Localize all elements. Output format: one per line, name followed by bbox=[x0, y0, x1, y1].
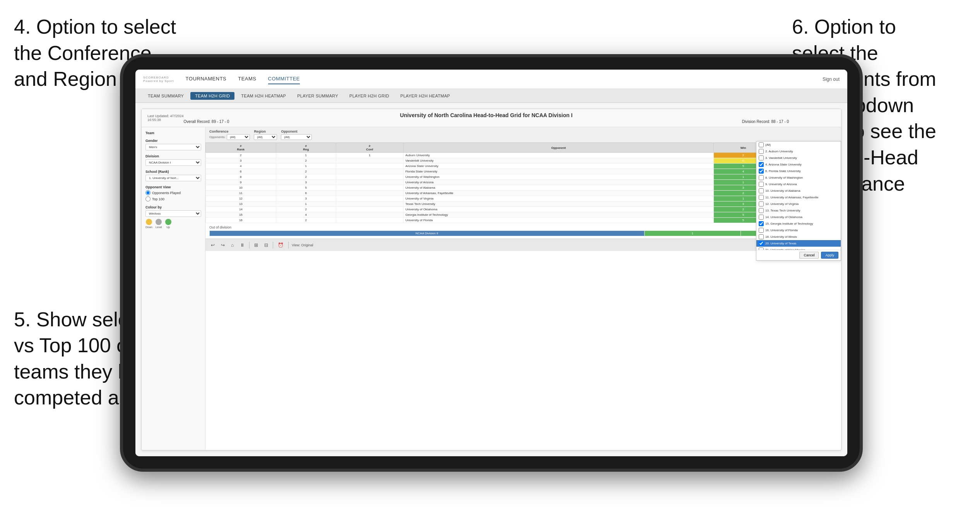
nav-signout[interactable]: Sign out bbox=[823, 77, 840, 82]
table-row: 11 6 University of Arkansas, Fayettevill… bbox=[206, 191, 841, 196]
panel-meta: Last Updated: 4/7/2024 16:55:38 bbox=[147, 114, 184, 122]
top100-radio[interactable]: Top 100 bbox=[145, 196, 201, 201]
apply-button[interactable]: Apply bbox=[821, 252, 838, 259]
top100-input[interactable] bbox=[145, 196, 151, 201]
dropdown-item[interactable]: 2. Auburn University bbox=[756, 148, 841, 155]
dropdown-item[interactable]: 10. University of Alabama bbox=[756, 188, 841, 194]
dropdown-checkbox[interactable] bbox=[759, 182, 764, 187]
dropdown-item-label: 16. University of Florida bbox=[765, 229, 798, 232]
dropdown-checkbox[interactable] bbox=[759, 247, 764, 250]
table-row: 14 2 University of Oklahoma 2 2 bbox=[206, 207, 841, 212]
cell-opponent: University of Alabama bbox=[403, 185, 714, 191]
sub-nav-h2h-grid[interactable]: TEAM H2H GRID bbox=[190, 92, 234, 100]
dropdown-checkbox[interactable] bbox=[759, 221, 764, 226]
dropdown-checkbox[interactable] bbox=[759, 228, 764, 233]
sub-nav-player-h2h-grid[interactable]: PLAYER H2H GRID bbox=[345, 92, 394, 100]
nav-committee[interactable]: COMMITTEE bbox=[268, 74, 300, 84]
dropdown-item[interactable]: 20. University of Texas bbox=[756, 240, 841, 247]
clock-btn[interactable]: ⏰ bbox=[276, 242, 285, 249]
redo-btn[interactable]: ↪ bbox=[219, 242, 226, 249]
dropdown-item[interactable]: 3. Vanderbilt University bbox=[756, 155, 841, 161]
panel-title-text: University of North Carolina Head-to-Hea… bbox=[184, 112, 789, 118]
table-row: 10 5 University of Alabama 3 0 bbox=[206, 185, 841, 191]
home-btn[interactable]: ⌂ bbox=[229, 242, 235, 249]
conference-select[interactable]: (All) bbox=[227, 134, 250, 140]
dropdown-item[interactable]: 15. Georgia Institute of Technology bbox=[756, 220, 841, 227]
dropdown-checkbox[interactable] bbox=[759, 241, 764, 246]
sub-nav-team-summary[interactable]: TEAM SUMMARY bbox=[143, 92, 188, 100]
dropdown-item[interactable]: 4. Arizona State University bbox=[756, 161, 841, 168]
nav-teams[interactable]: TEAMS bbox=[238, 74, 256, 84]
cell-conf bbox=[336, 218, 403, 223]
region-select[interactable]: (All) bbox=[254, 134, 277, 140]
cell-rank: 3 bbox=[206, 158, 276, 164]
dropdown-item[interactable]: 13. Texas Tech University bbox=[756, 207, 841, 214]
dropdown-item[interactable]: 21. University of New Mexico bbox=[756, 247, 841, 250]
cell-conf bbox=[336, 164, 403, 169]
opponents-played-label: Opponents Played bbox=[152, 191, 181, 195]
dropdown-checkbox[interactable] bbox=[759, 234, 764, 239]
sub-nav-player-summary[interactable]: PLAYER SUMMARY bbox=[292, 92, 343, 100]
col-reg: #Reg bbox=[276, 143, 336, 153]
dashboard-panel: Last Updated: 4/7/2024 16:55:38 Universi… bbox=[141, 109, 841, 450]
cell-conf bbox=[336, 169, 403, 174]
dropdown-checkbox[interactable] bbox=[759, 188, 764, 193]
cell-conf bbox=[336, 201, 403, 207]
school-select[interactable]: 1. University of Nort... bbox=[145, 175, 201, 181]
dropdown-item[interactable]: 12. University of Virginia bbox=[756, 201, 841, 207]
dropdown-checkbox[interactable] bbox=[759, 215, 764, 220]
grid-btn[interactable]: ⊟ bbox=[263, 242, 270, 249]
dropdown-checkbox[interactable] bbox=[759, 162, 764, 167]
colour-down-label: Down bbox=[145, 226, 152, 229]
dropdown-item-label: 13. Texas Tech University bbox=[765, 209, 800, 212]
pause-btn[interactable]: ⏸ bbox=[238, 242, 246, 249]
dropdown-checkbox[interactable] bbox=[759, 149, 764, 154]
cell-rank: 11 bbox=[206, 191, 276, 196]
col-rank: #Rank bbox=[206, 143, 276, 153]
nav-tournaments[interactable]: TOURNAMENTS bbox=[186, 74, 227, 84]
cancel-button[interactable]: Cancel bbox=[799, 252, 819, 259]
dropdown-checkbox[interactable] bbox=[759, 169, 764, 174]
undo-btn[interactable]: ↩ bbox=[209, 242, 216, 249]
dropdown-checkbox[interactable] bbox=[759, 208, 764, 213]
opponent-dropdown[interactable]: (All) 2. Auburn University 3. Vanderbilt… bbox=[756, 141, 841, 261]
colour-up-dot bbox=[165, 219, 171, 225]
dropdown-item-label: 6. Florida State University bbox=[765, 169, 801, 173]
panel-header: Last Updated: 4/7/2024 16:55:38 Universi… bbox=[142, 109, 841, 127]
colour-select[interactable]: Win/loss bbox=[145, 210, 201, 217]
table-row: 4 1 Arizona State University 5 1 bbox=[206, 164, 841, 169]
dropdown-item[interactable]: (All) bbox=[756, 142, 841, 148]
dropdown-item-label: 9. University of Arizona bbox=[765, 182, 797, 186]
opponents-played-radio[interactable]: Opponents Played bbox=[145, 190, 201, 195]
gender-select[interactable]: Men's bbox=[145, 144, 201, 150]
dropdown-item[interactable]: 16. University of Florida bbox=[756, 227, 841, 234]
dropdown-checkbox[interactable] bbox=[759, 195, 764, 200]
dropdown-item[interactable]: 11. University of Arkansas, Fayetteville bbox=[756, 194, 841, 201]
dropdown-checkbox[interactable] bbox=[759, 201, 764, 206]
out-of-division: Out of division NCAA Division II 1 0 bbox=[205, 223, 841, 239]
dropdown-checkbox[interactable] bbox=[759, 155, 764, 160]
toolbar-sep1 bbox=[249, 242, 250, 249]
sub-nav-h2h-heatmap[interactable]: TEAM H2H HEATMAP bbox=[236, 92, 291, 100]
table-row: 3 2 Vanderbilt University 0 4 bbox=[206, 158, 841, 164]
dropdown-item[interactable]: 14. University of Oklahoma bbox=[756, 214, 841, 220]
dropdown-item-label: 15. Georgia Institute of Technology bbox=[765, 222, 813, 225]
copy-btn[interactable]: ⊞ bbox=[253, 242, 260, 249]
colour-indicators: Down Level Up bbox=[145, 219, 201, 229]
dropdown-item-label: 3. Vanderbilt University bbox=[765, 156, 797, 160]
dropdown-checkbox[interactable] bbox=[759, 175, 764, 180]
sub-nav-player-h2h-heatmap[interactable]: PLAYER H2H HEATMAP bbox=[396, 92, 455, 100]
cell-rank: 4 bbox=[206, 164, 276, 169]
opponents-played-input[interactable] bbox=[145, 190, 151, 195]
dropdown-item[interactable]: 18. University of Illinois bbox=[756, 234, 841, 240]
dropdown-checkbox[interactable] bbox=[759, 142, 764, 147]
opponents-label: Opponents: bbox=[209, 135, 225, 139]
opponent-select[interactable]: (All) bbox=[281, 134, 312, 140]
division-select[interactable]: NCAA Division I bbox=[145, 159, 201, 166]
dropdown-item[interactable]: 8. University of Washington bbox=[756, 174, 841, 181]
cell-opponent: Vanderbilt University bbox=[403, 158, 714, 164]
dropdown-item[interactable]: 9. University of Arizona bbox=[756, 181, 841, 188]
cell-reg: 5 bbox=[276, 185, 336, 191]
tablet-screen: SCOREBOARD Powered by Sport TOURNAMENTS … bbox=[135, 70, 847, 456]
dropdown-item[interactable]: 6. Florida State University bbox=[756, 168, 841, 174]
